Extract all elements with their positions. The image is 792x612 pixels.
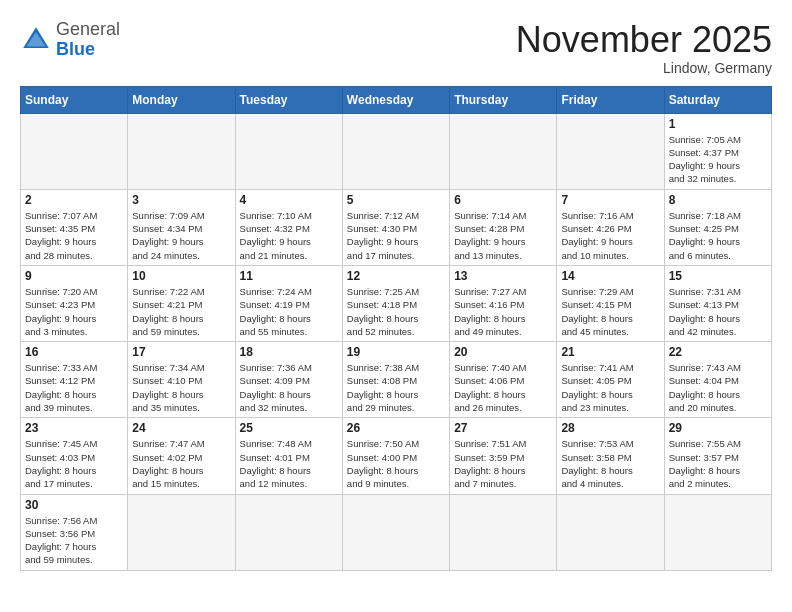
- day-cell-2: 2Sunrise: 7:07 AM Sunset: 4:35 PM Daylig…: [21, 189, 128, 265]
- day-info: Sunrise: 7:41 AM Sunset: 4:05 PM Dayligh…: [561, 361, 659, 414]
- location: Lindow, Germany: [516, 60, 772, 76]
- day-info: Sunrise: 7:29 AM Sunset: 4:15 PM Dayligh…: [561, 285, 659, 338]
- day-info: Sunrise: 7:16 AM Sunset: 4:26 PM Dayligh…: [561, 209, 659, 262]
- empty-cell: [235, 113, 342, 189]
- day-info: Sunrise: 7:31 AM Sunset: 4:13 PM Dayligh…: [669, 285, 767, 338]
- day-cell-22: 22Sunrise: 7:43 AM Sunset: 4:04 PM Dayli…: [664, 342, 771, 418]
- day-number: 21: [561, 345, 659, 359]
- day-number: 23: [25, 421, 123, 435]
- day-info: Sunrise: 7:05 AM Sunset: 4:37 PM Dayligh…: [669, 133, 767, 186]
- day-cell-26: 26Sunrise: 7:50 AM Sunset: 4:00 PM Dayli…: [342, 418, 449, 494]
- day-number: 24: [132, 421, 230, 435]
- day-cell-9: 9Sunrise: 7:20 AM Sunset: 4:23 PM Daylig…: [21, 265, 128, 341]
- day-info: Sunrise: 7:51 AM Sunset: 3:59 PM Dayligh…: [454, 437, 552, 490]
- day-number: 18: [240, 345, 338, 359]
- day-cell-15: 15Sunrise: 7:31 AM Sunset: 4:13 PM Dayli…: [664, 265, 771, 341]
- day-info: Sunrise: 7:48 AM Sunset: 4:01 PM Dayligh…: [240, 437, 338, 490]
- weekday-header-saturday: Saturday: [664, 86, 771, 113]
- day-cell-4: 4Sunrise: 7:10 AM Sunset: 4:32 PM Daylig…: [235, 189, 342, 265]
- day-number: 16: [25, 345, 123, 359]
- empty-cell: [21, 113, 128, 189]
- day-number: 20: [454, 345, 552, 359]
- day-info: Sunrise: 7:56 AM Sunset: 3:56 PM Dayligh…: [25, 514, 123, 567]
- day-number: 25: [240, 421, 338, 435]
- day-cell-8: 8Sunrise: 7:18 AM Sunset: 4:25 PM Daylig…: [664, 189, 771, 265]
- month-title: November 2025: [516, 20, 772, 60]
- day-info: Sunrise: 7:40 AM Sunset: 4:06 PM Dayligh…: [454, 361, 552, 414]
- day-cell-17: 17Sunrise: 7:34 AM Sunset: 4:10 PM Dayli…: [128, 342, 235, 418]
- day-cell-23: 23Sunrise: 7:45 AM Sunset: 4:03 PM Dayli…: [21, 418, 128, 494]
- empty-cell: [128, 494, 235, 570]
- day-number: 10: [132, 269, 230, 283]
- day-number: 1: [669, 117, 767, 131]
- day-info: Sunrise: 7:25 AM Sunset: 4:18 PM Dayligh…: [347, 285, 445, 338]
- day-info: Sunrise: 7:50 AM Sunset: 4:00 PM Dayligh…: [347, 437, 445, 490]
- day-number: 22: [669, 345, 767, 359]
- calendar: SundayMondayTuesdayWednesdayThursdayFrid…: [20, 86, 772, 571]
- day-number: 11: [240, 269, 338, 283]
- day-info: Sunrise: 7:22 AM Sunset: 4:21 PM Dayligh…: [132, 285, 230, 338]
- day-number: 19: [347, 345, 445, 359]
- calendar-row: 16Sunrise: 7:33 AM Sunset: 4:12 PM Dayli…: [21, 342, 772, 418]
- day-cell-25: 25Sunrise: 7:48 AM Sunset: 4:01 PM Dayli…: [235, 418, 342, 494]
- title-block: November 2025 Lindow, Germany: [516, 20, 772, 76]
- day-number: 2: [25, 193, 123, 207]
- day-info: Sunrise: 7:38 AM Sunset: 4:08 PM Dayligh…: [347, 361, 445, 414]
- day-info: Sunrise: 7:27 AM Sunset: 4:16 PM Dayligh…: [454, 285, 552, 338]
- logo: General Blue: [20, 20, 120, 60]
- calendar-row: 9Sunrise: 7:20 AM Sunset: 4:23 PM Daylig…: [21, 265, 772, 341]
- day-number: 7: [561, 193, 659, 207]
- empty-cell: [450, 494, 557, 570]
- weekday-header-friday: Friday: [557, 86, 664, 113]
- calendar-row: 30Sunrise: 7:56 AM Sunset: 3:56 PM Dayli…: [21, 494, 772, 570]
- day-info: Sunrise: 7:20 AM Sunset: 4:23 PM Dayligh…: [25, 285, 123, 338]
- empty-cell: [128, 113, 235, 189]
- day-info: Sunrise: 7:33 AM Sunset: 4:12 PM Dayligh…: [25, 361, 123, 414]
- day-info: Sunrise: 7:10 AM Sunset: 4:32 PM Dayligh…: [240, 209, 338, 262]
- empty-cell: [342, 494, 449, 570]
- day-cell-12: 12Sunrise: 7:25 AM Sunset: 4:18 PM Dayli…: [342, 265, 449, 341]
- day-number: 8: [669, 193, 767, 207]
- day-cell-10: 10Sunrise: 7:22 AM Sunset: 4:21 PM Dayli…: [128, 265, 235, 341]
- day-info: Sunrise: 7:43 AM Sunset: 4:04 PM Dayligh…: [669, 361, 767, 414]
- day-number: 4: [240, 193, 338, 207]
- empty-cell: [557, 494, 664, 570]
- day-info: Sunrise: 7:14 AM Sunset: 4:28 PM Dayligh…: [454, 209, 552, 262]
- day-number: 13: [454, 269, 552, 283]
- day-cell-28: 28Sunrise: 7:53 AM Sunset: 3:58 PM Dayli…: [557, 418, 664, 494]
- day-number: 6: [454, 193, 552, 207]
- day-info: Sunrise: 7:07 AM Sunset: 4:35 PM Dayligh…: [25, 209, 123, 262]
- day-info: Sunrise: 7:12 AM Sunset: 4:30 PM Dayligh…: [347, 209, 445, 262]
- day-cell-14: 14Sunrise: 7:29 AM Sunset: 4:15 PM Dayli…: [557, 265, 664, 341]
- day-info: Sunrise: 7:34 AM Sunset: 4:10 PM Dayligh…: [132, 361, 230, 414]
- day-info: Sunrise: 7:18 AM Sunset: 4:25 PM Dayligh…: [669, 209, 767, 262]
- day-info: Sunrise: 7:24 AM Sunset: 4:19 PM Dayligh…: [240, 285, 338, 338]
- day-cell-7: 7Sunrise: 7:16 AM Sunset: 4:26 PM Daylig…: [557, 189, 664, 265]
- day-number: 17: [132, 345, 230, 359]
- day-number: 14: [561, 269, 659, 283]
- day-cell-27: 27Sunrise: 7:51 AM Sunset: 3:59 PM Dayli…: [450, 418, 557, 494]
- calendar-row: 2Sunrise: 7:07 AM Sunset: 4:35 PM Daylig…: [21, 189, 772, 265]
- empty-cell: [235, 494, 342, 570]
- day-number: 29: [669, 421, 767, 435]
- empty-cell: [664, 494, 771, 570]
- logo-icon: [20, 24, 52, 56]
- day-number: 26: [347, 421, 445, 435]
- day-number: 27: [454, 421, 552, 435]
- day-number: 5: [347, 193, 445, 207]
- day-cell-24: 24Sunrise: 7:47 AM Sunset: 4:02 PM Dayli…: [128, 418, 235, 494]
- day-number: 28: [561, 421, 659, 435]
- calendar-row: 23Sunrise: 7:45 AM Sunset: 4:03 PM Dayli…: [21, 418, 772, 494]
- empty-cell: [342, 113, 449, 189]
- day-number: 3: [132, 193, 230, 207]
- day-cell-11: 11Sunrise: 7:24 AM Sunset: 4:19 PM Dayli…: [235, 265, 342, 341]
- day-cell-1: 1Sunrise: 7:05 AM Sunset: 4:37 PM Daylig…: [664, 113, 771, 189]
- day-cell-21: 21Sunrise: 7:41 AM Sunset: 4:05 PM Dayli…: [557, 342, 664, 418]
- day-cell-5: 5Sunrise: 7:12 AM Sunset: 4:30 PM Daylig…: [342, 189, 449, 265]
- day-info: Sunrise: 7:47 AM Sunset: 4:02 PM Dayligh…: [132, 437, 230, 490]
- page-header: General Blue November 2025 Lindow, Germa…: [20, 20, 772, 76]
- day-info: Sunrise: 7:55 AM Sunset: 3:57 PM Dayligh…: [669, 437, 767, 490]
- weekday-header-thursday: Thursday: [450, 86, 557, 113]
- day-cell-20: 20Sunrise: 7:40 AM Sunset: 4:06 PM Dayli…: [450, 342, 557, 418]
- day-number: 12: [347, 269, 445, 283]
